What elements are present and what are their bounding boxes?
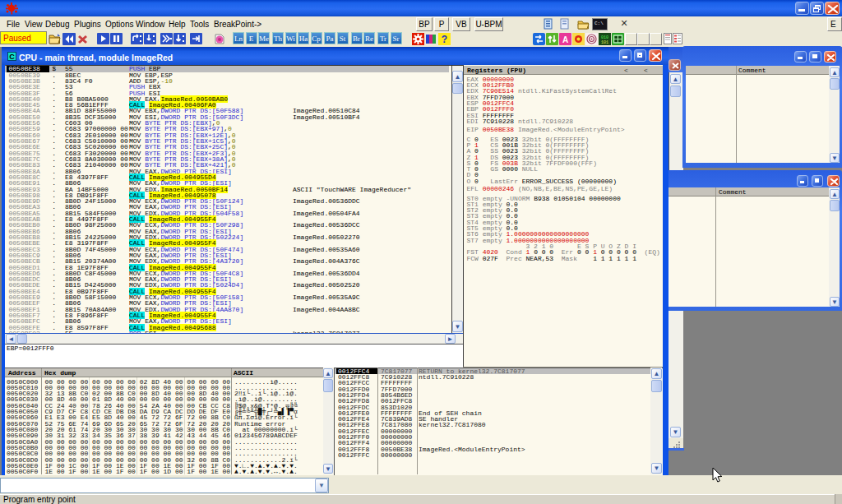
svg-text:?: ? (442, 34, 447, 45)
svg-text:101: 101 (601, 40, 608, 45)
svg-text:A: A (562, 35, 568, 44)
